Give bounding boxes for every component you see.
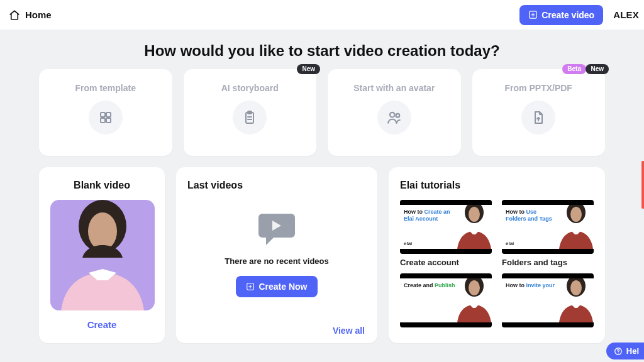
svg-point-7 (390, 112, 395, 118)
help-label: Hel (626, 346, 639, 356)
hero-title: How would you like to start video creati… (127, 41, 517, 60)
option-from-template[interactable]: From template (39, 69, 172, 156)
svg-point-10 (88, 212, 117, 250)
tutorial-thumbnail: Create and Publish (400, 273, 492, 327)
create-blank-button[interactable]: Create (87, 319, 117, 330)
svg-rect-3 (101, 118, 105, 123)
panel-title: Blank video (50, 180, 153, 191)
create-video-label: Create video (541, 10, 594, 20)
option-title: Start with an avatar (353, 83, 435, 93)
blank-video-panel: Blank video Create (39, 167, 165, 343)
badge-new: New (297, 64, 320, 74)
svg-point-21 (618, 353, 618, 353)
username[interactable]: ALEX (613, 9, 639, 20)
svg-point-17 (469, 280, 480, 295)
svg-point-13 (469, 207, 480, 222)
svg-point-8 (396, 114, 399, 118)
grid-icon (89, 101, 123, 134)
add-video-icon (246, 282, 255, 291)
tutorial-label: Folders and tags (502, 258, 594, 267)
option-title: From PPTX/PDF (505, 83, 572, 93)
empty-state-text: There are no recent videos (225, 256, 328, 266)
badge-beta: Beta (562, 64, 586, 74)
tutorial-thumbnail: How to Use Folders and Tags elai (502, 200, 594, 254)
option-title: From template (75, 83, 136, 93)
home-icon (9, 9, 20, 21)
option-start-with-avatar[interactable]: Start with an avatar (328, 69, 461, 156)
scroll-indicator (641, 161, 644, 209)
tutorial-card[interactable]: How to Create an Elai Account elai Creat… (400, 200, 492, 267)
view-all-link[interactable]: View all (333, 326, 365, 336)
create-now-label: Create Now (258, 282, 307, 292)
svg-point-15 (570, 207, 582, 222)
tutorial-thumbnail: How to Create an Elai Account elai (400, 200, 492, 254)
video-chat-icon (257, 211, 296, 246)
file-upload-icon (521, 101, 555, 134)
tutorial-label: Create account (400, 258, 492, 267)
tutorials-panel: Elai tutorials How to Create an Elai Acc… (389, 167, 605, 343)
help-button[interactable]: Hel (606, 343, 644, 359)
tutorial-thumbnail: How to Invite your (502, 273, 594, 327)
add-video-icon (528, 10, 538, 19)
help-icon (614, 347, 623, 356)
create-video-button[interactable]: Create video (519, 5, 603, 25)
avatar-thumbnail[interactable] (50, 200, 155, 310)
page-title: Home (25, 9, 52, 20)
svg-rect-1 (101, 112, 105, 117)
breadcrumb[interactable]: Home (9, 9, 52, 21)
create-now-button[interactable]: Create Now (236, 276, 317, 297)
svg-rect-2 (106, 112, 111, 117)
clipboard-icon (233, 101, 267, 134)
panel-title: Elai tutorials (400, 180, 594, 191)
tutorial-card[interactable]: How to Use Folders and Tags elai Folders… (502, 200, 594, 267)
svg-rect-4 (106, 118, 111, 123)
topbar: Home Create video ALEX (0, 0, 644, 30)
last-videos-panel: Last videos There are no recent videos C… (176, 167, 377, 343)
panel-title: Last videos (187, 180, 243, 191)
creation-options: From template New AI storyboard Start wi… (0, 69, 644, 156)
option-ai-storyboard[interactable]: New AI storyboard (184, 69, 317, 156)
tutorial-card[interactable]: Create and Publish (400, 273, 492, 331)
panels-row: Blank video Create Last videos There are… (0, 156, 644, 343)
badge-new: New (586, 64, 609, 74)
option-title: AI storyboard (221, 83, 279, 93)
tutorial-card[interactable]: How to Invite your (502, 273, 594, 331)
option-from-pptx-pdf[interactable]: Beta New From PPTX/PDF (472, 69, 606, 156)
people-icon (377, 101, 411, 134)
svg-point-19 (570, 280, 582, 295)
